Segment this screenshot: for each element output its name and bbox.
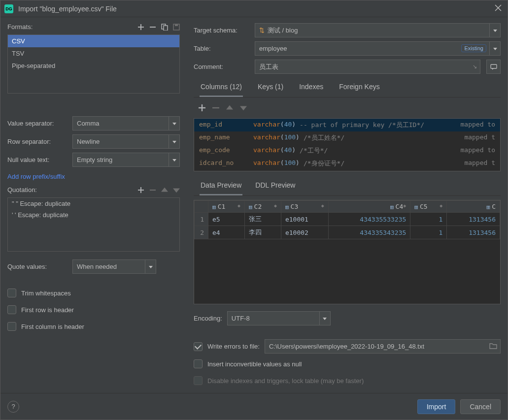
help-button[interactable]: ? bbox=[7, 401, 19, 413]
quote-values-label: Quote values: bbox=[7, 263, 68, 270]
copy-format-button[interactable] bbox=[161, 24, 168, 31]
columns-toolbar bbox=[194, 101, 501, 114]
col-header[interactable]: ▥C2◆ bbox=[244, 201, 281, 213]
null-value-label: Null value text: bbox=[7, 156, 68, 163]
tab-data-preview[interactable]: Data Preview bbox=[200, 178, 242, 195]
format-item-pipe[interactable]: Pipe-separated bbox=[8, 60, 179, 72]
first-col-header-checkbox[interactable] bbox=[7, 322, 16, 331]
quotation-item[interactable]: " " Escape: duplicate bbox=[8, 198, 179, 209]
insert-null-checkbox[interactable] bbox=[194, 359, 203, 368]
chevron-down-icon bbox=[169, 135, 179, 148]
column-icon: ▥ bbox=[212, 204, 216, 210]
down-column-button[interactable] bbox=[240, 104, 247, 111]
chevron-down-icon bbox=[173, 187, 180, 194]
comment-input[interactable]: 员工表 ↘ bbox=[255, 60, 480, 74]
column-icon: ▥ bbox=[285, 204, 289, 210]
chevron-down-icon bbox=[169, 117, 179, 130]
col-header[interactable]: ▥C3◆ bbox=[281, 201, 328, 213]
column-icon: ▥ bbox=[249, 204, 252, 210]
insert-null-label: Insert inconvertible values as null bbox=[207, 360, 302, 368]
column-row[interactable]: emp_id varchar(40) -- part of primary ke… bbox=[194, 119, 500, 131]
target-schema-combo[interactable]: ⇅测试 / blog bbox=[255, 23, 501, 37]
import-button[interactable]: Import bbox=[417, 399, 456, 414]
down-quotation-button[interactable] bbox=[173, 187, 180, 194]
expand-icon[interactable]: ↘ bbox=[473, 64, 477, 70]
col-header[interactable]: ▥C bbox=[447, 201, 500, 213]
folder-icon bbox=[489, 342, 497, 349]
svg-marker-18 bbox=[493, 30, 497, 32]
encoding-combo[interactable]: UTF-8 bbox=[227, 311, 331, 325]
column-row[interactable]: emp_code varchar(40) /*工号*/ mapped to bbox=[194, 144, 500, 157]
chevron-down-icon bbox=[145, 260, 156, 273]
remove-column-button[interactable] bbox=[212, 104, 219, 111]
quote-values-combo[interactable]: When needed bbox=[72, 259, 156, 274]
titlebar: DG Import "blog_employee.csv" File bbox=[0, 0, 508, 17]
format-item-tsv[interactable]: TSV bbox=[8, 47, 179, 60]
tab-foreign-keys[interactable]: Foreign Keys bbox=[338, 80, 380, 97]
add-format-button[interactable] bbox=[137, 24, 144, 31]
columns-list[interactable]: emp_id varchar(40) -- part of primary ke… bbox=[194, 118, 501, 171]
quotation-list[interactable]: " " Escape: duplicate ' ' Escape: duplic… bbox=[7, 197, 180, 252]
trim-whitespace-checkbox[interactable] bbox=[7, 289, 16, 297]
remove-format-button[interactable] bbox=[149, 24, 156, 31]
format-item-csv[interactable]: CSV bbox=[8, 35, 179, 47]
close-button[interactable] bbox=[493, 2, 504, 15]
comment-label: Comment: bbox=[194, 63, 249, 70]
first-row-header-checkbox[interactable] bbox=[7, 305, 16, 314]
svg-marker-21 bbox=[492, 68, 494, 70]
plus-icon bbox=[199, 104, 205, 111]
column-icon: ▥ bbox=[390, 204, 394, 210]
rownum-header bbox=[195, 201, 208, 213]
tab-columns[interactable]: Columns (12) bbox=[200, 80, 243, 97]
up-quotation-button[interactable] bbox=[161, 187, 168, 194]
add-quotation-button[interactable] bbox=[137, 187, 144, 194]
value-separator-label: Value separator: bbox=[7, 120, 68, 127]
null-value-combo[interactable]: Empty string bbox=[72, 153, 180, 167]
formats-list[interactable]: CSV TSV Pipe-separated bbox=[7, 34, 180, 94]
svg-marker-11 bbox=[172, 159, 176, 162]
column-row[interactable]: emp_name varchar(100) /*员工姓名*/ mapped t bbox=[194, 131, 500, 144]
browse-button[interactable] bbox=[489, 342, 497, 351]
save-format-button[interactable] bbox=[173, 24, 180, 31]
col-header[interactable]: ▥C4◆ bbox=[328, 201, 410, 213]
copy-icon bbox=[161, 24, 168, 31]
comment-dialog-button[interactable] bbox=[486, 60, 501, 74]
first-row-header-label: First row is header bbox=[21, 306, 74, 314]
target-schema-label: Target schema: bbox=[194, 27, 249, 34]
minus-icon bbox=[212, 104, 219, 111]
tab-ddl-preview[interactable]: DDL Preview bbox=[254, 178, 296, 195]
add-column-button[interactable] bbox=[199, 104, 205, 111]
up-column-button[interactable] bbox=[226, 104, 233, 111]
schema-icon: ⇅ bbox=[259, 27, 265, 34]
svg-marker-26 bbox=[240, 106, 247, 111]
cancel-button[interactable]: Cancel bbox=[460, 399, 501, 414]
tab-keys[interactable]: Keys (1) bbox=[257, 80, 284, 97]
first-col-header-label: First column is header bbox=[21, 323, 84, 330]
remove-quotation-button[interactable] bbox=[149, 187, 156, 194]
value-separator-combo[interactable]: Comma bbox=[72, 116, 180, 130]
add-prefix-suffix-link[interactable]: Add row prefix/suffix bbox=[7, 171, 180, 182]
tab-indexes[interactable]: Indexes bbox=[298, 80, 324, 97]
col-header[interactable]: ▥C5◆ bbox=[410, 201, 447, 213]
column-icon: ▥ bbox=[414, 204, 418, 210]
col-header[interactable]: ▥C1◆ bbox=[208, 201, 245, 213]
table-combo[interactable]: employee Existing bbox=[255, 41, 501, 56]
data-preview-table[interactable]: ▥C1◆ ▥C2◆ ▥C3◆ ▥C4◆ ▥C5◆ ▥C 1 e5 张三 bbox=[194, 200, 501, 304]
svg-marker-25 bbox=[226, 105, 233, 110]
svg-marker-9 bbox=[172, 123, 176, 125]
quotation-label: Quotation: bbox=[7, 186, 37, 194]
save-icon bbox=[173, 24, 180, 31]
app-icon: DG bbox=[4, 4, 13, 13]
error-file-path-input[interactable]: C:\Users\powersi\employee_2022-10-19_09_… bbox=[265, 339, 501, 354]
chevron-up-icon bbox=[161, 187, 168, 194]
row-separator-combo[interactable]: Newline bbox=[72, 134, 180, 149]
columns-tabset: Columns (12) Keys (1) Indexes Foreign Ke… bbox=[194, 78, 501, 97]
preview-tabset: Data Preview DDL Preview bbox=[194, 175, 501, 196]
table-row[interactable]: 2 e4 李四 e10002 434335343235 1 1313456 bbox=[195, 226, 500, 239]
column-row[interactable]: idcard_no varchar(100) /*身份证号*/ mapped t bbox=[194, 157, 500, 170]
chevron-down-icon bbox=[169, 153, 179, 166]
table-row[interactable]: 1 e5 张三 e10001 434335533235 1 1313456 bbox=[195, 213, 500, 226]
chat-icon bbox=[490, 63, 498, 71]
quotation-item[interactable]: ' ' Escape: duplicate bbox=[8, 209, 179, 221]
write-errors-checkbox[interactable] bbox=[194, 342, 203, 351]
